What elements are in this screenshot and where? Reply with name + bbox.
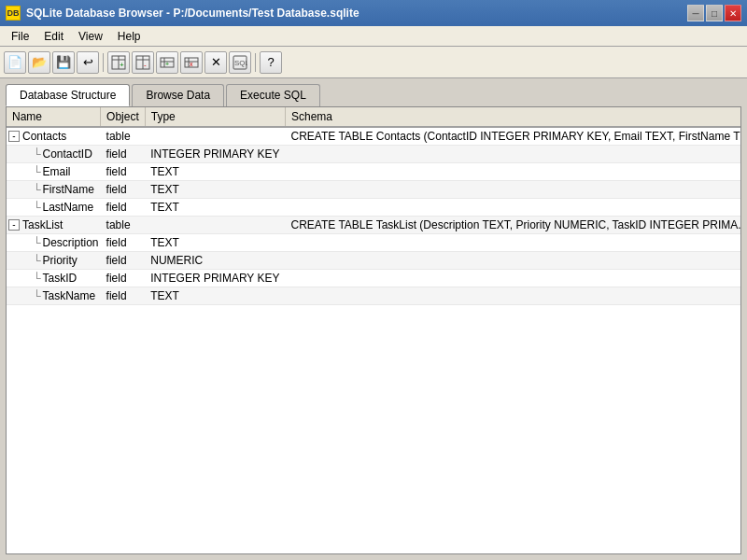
window-title: SQLite Database Browser - P:/Documents/T…	[26, 7, 359, 20]
cell-object: field	[101, 252, 146, 270]
table-row[interactable]: -ContactstableCREATE TABLE Contacts (Con…	[7, 127, 741, 146]
cell-type: TEXT	[145, 287, 285, 305]
table-row[interactable]: └ ContactIDfieldINTEGER PRIMARY KEY	[7, 146, 741, 163]
minimize-button[interactable]: ─	[687, 5, 704, 21]
title-bar: DB SQLite Database Browser - P:/Document…	[0, 0, 747, 26]
col-object: Object	[101, 107, 146, 127]
main-area: Database Structure Browse Data Execute S…	[0, 78, 747, 560]
cell-schema	[286, 252, 742, 270]
tab-execute-sql[interactable]: Execute SQL	[226, 84, 320, 106]
cell-name: -Contacts	[7, 127, 101, 146]
row-name: TaskID	[43, 272, 78, 285]
window-controls: ─ □ ✕	[687, 5, 741, 21]
tab-bar: Database Structure Browse Data Execute S…	[6, 84, 741, 106]
toolbar-new-record[interactable]: +	[156, 51, 178, 74]
cell-object: field	[101, 199, 146, 217]
table-row[interactable]: └ LastNamefieldTEXT	[7, 199, 741, 217]
cell-name: └ TaskID	[7, 270, 101, 287]
toolbar-separator-1	[103, 53, 104, 72]
toolbar-open[interactable]: 📂	[28, 51, 50, 74]
cell-type: TEXT	[145, 199, 285, 217]
toolbar-new[interactable]: 📄	[4, 51, 26, 74]
menu-file[interactable]: File	[4, 28, 36, 45]
maximize-button[interactable]: □	[706, 5, 723, 21]
close-button[interactable]: ✕	[725, 5, 741, 21]
toolbar-sql[interactable]: SQL	[229, 51, 251, 74]
toolbar-delete-table[interactable]: -	[132, 51, 154, 74]
cell-name: └ Priority	[7, 252, 101, 270]
cell-type: INTEGER PRIMARY KEY	[145, 146, 285, 163]
table-row[interactable]: └ FirstNamefieldTEXT	[7, 181, 741, 199]
table-row[interactable]: └ EmailfieldTEXT	[7, 163, 741, 181]
svg-text:x: x	[190, 61, 193, 67]
toolbar-new-table[interactable]: +	[107, 51, 130, 74]
cell-schema: CREATE TABLE TaskList (Description TEXT,…	[286, 217, 742, 234]
svg-text:SQL: SQL	[234, 59, 247, 67]
cell-object: field	[101, 270, 146, 287]
cell-name: -TaskList	[7, 217, 101, 234]
row-name: Description	[43, 236, 99, 249]
row-name: Email	[43, 165, 71, 178]
cell-object: field	[101, 146, 146, 163]
cell-name: └ TaskName	[7, 287, 101, 305]
cell-type: TEXT	[145, 181, 285, 199]
cell-schema	[286, 234, 742, 252]
menu-bar: File Edit View Help	[0, 26, 747, 47]
cell-name: └ FirstName	[7, 181, 101, 199]
structure-table: Name Object Type Schema -ContactstableCR…	[7, 107, 741, 305]
app-icon: DB	[6, 6, 21, 21]
menu-view[interactable]: View	[71, 28, 110, 45]
table-row[interactable]: -TaskListtableCREATE TABLE TaskList (Des…	[7, 217, 741, 234]
col-schema: Schema	[286, 107, 742, 127]
cell-type: NUMERIC	[145, 252, 285, 270]
cell-type: TEXT	[145, 163, 285, 181]
cell-schema	[286, 146, 742, 163]
tab-database-structure[interactable]: Database Structure	[6, 84, 130, 106]
table-row[interactable]: └ TaskNamefieldTEXT	[7, 287, 741, 305]
row-name: ContactID	[43, 147, 92, 161]
cell-schema	[286, 287, 742, 305]
toolbar-separator-2	[255, 53, 256, 72]
toolbar: 📄 📂 💾 ↩ + - + x ✕ SQL ?	[0, 47, 747, 78]
toolbar-delete-record[interactable]: x	[180, 51, 203, 74]
cell-type	[145, 127, 285, 146]
toolbar-help[interactable]: ?	[260, 51, 282, 74]
row-name: TaskName	[43, 289, 96, 302]
col-type: Type	[145, 107, 285, 127]
tab-browse-data[interactable]: Browse Data	[132, 84, 224, 106]
cell-object: field	[101, 234, 146, 252]
table-row[interactable]: └ PriorityfieldNUMERIC	[7, 252, 741, 270]
cell-object: table	[101, 127, 146, 146]
menu-help[interactable]: Help	[110, 28, 148, 45]
svg-text:-: -	[144, 61, 147, 69]
menu-edit[interactable]: Edit	[36, 28, 71, 45]
cell-schema	[286, 199, 742, 217]
cell-schema	[286, 270, 742, 287]
cell-type: INTEGER PRIMARY KEY	[145, 270, 285, 287]
cell-type: TEXT	[145, 234, 285, 252]
cell-name: └ ContactID	[7, 146, 101, 163]
expand-icon[interactable]: -	[8, 131, 20, 142]
svg-text:+: +	[165, 61, 169, 67]
cell-object: field	[101, 181, 146, 199]
row-name: TaskList	[22, 218, 63, 231]
expand-icon[interactable]: -	[8, 219, 20, 231]
row-name: LastName	[43, 201, 94, 214]
table-row[interactable]: └ DescriptionfieldTEXT	[7, 234, 741, 252]
cell-object: field	[101, 163, 146, 181]
cell-type	[145, 217, 285, 234]
toolbar-refresh[interactable]: ✕	[204, 51, 227, 74]
table-row[interactable]: └ TaskIDfieldINTEGER PRIMARY KEY	[7, 270, 741, 287]
cell-name: └ LastName	[7, 199, 101, 217]
toolbar-save[interactable]: 💾	[52, 51, 75, 74]
cell-schema: CREATE TABLE Contacts (ContactID INTEGER…	[286, 127, 742, 146]
col-name: Name	[7, 107, 101, 127]
structure-table-container: Name Object Type Schema -ContactstableCR…	[6, 106, 741, 554]
row-name: Priority	[43, 254, 78, 267]
row-name: Contacts	[22, 130, 66, 143]
cell-object: table	[101, 217, 146, 234]
cell-name: └ Email	[7, 163, 101, 181]
svg-text:+: +	[120, 61, 124, 69]
cell-name: └ Description	[7, 234, 101, 252]
toolbar-revert[interactable]: ↩	[77, 51, 99, 74]
